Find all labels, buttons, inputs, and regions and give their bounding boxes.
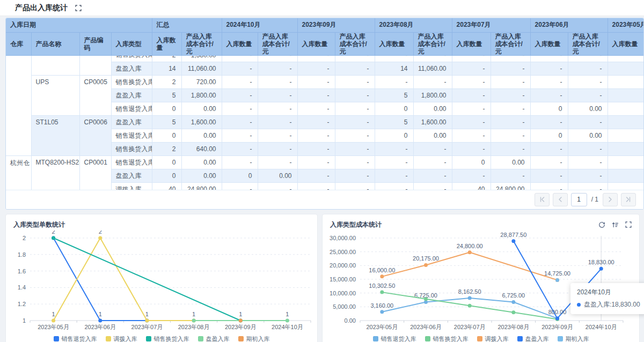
value-cell: -: [530, 183, 568, 190]
value-cell: -: [222, 76, 258, 89]
legend-item[interactable]: 销售退货入库: [54, 335, 97, 342]
value-cell: -: [530, 56, 568, 62]
legend-item[interactable]: 销售换货入库: [146, 335, 189, 342]
column-header-qty: 入库数量: [297, 32, 335, 55]
value-cell: -: [452, 129, 491, 143]
value-cell: 0: [375, 102, 413, 116]
last-page-button[interactable]: [621, 193, 636, 206]
page-number-input[interactable]: [571, 193, 587, 206]
svg-text:1: 1: [52, 311, 55, 317]
expand-fullscreen-icon[interactable]: [625, 221, 632, 228]
fullscreen-icon[interactable]: [75, 5, 82, 11]
value-cell: -: [530, 143, 568, 156]
svg-text:2023年05月: 2023年05月: [38, 324, 69, 330]
svg-text:1.2: 1.2: [18, 301, 26, 307]
group-header-period: 2023年06月: [530, 18, 608, 32]
value-cell: 0: [452, 156, 491, 169]
legend-swatch: [373, 336, 378, 341]
value-cell: -: [491, 102, 530, 116]
value-cell: 0: [152, 156, 181, 169]
value-cell: -: [335, 129, 375, 143]
legend-item[interactable]: 销售换货入库: [425, 335, 469, 342]
table-body-clip: 销售换货入库21,580.00----------盘盈入库1411,060.00…: [6, 56, 643, 190]
refresh-icon[interactable]: [598, 221, 605, 228]
value-cell: -: [258, 143, 297, 156]
charts-row: 入库类型单数统计 11.21.41.61.822023年05月2023年06月2…: [5, 214, 644, 342]
value-cell: -: [568, 62, 608, 76]
value-cell: -: [530, 89, 568, 102]
value-cell: [608, 169, 643, 183]
legend-swatch: [558, 336, 563, 341]
column-header-qty: 入库数量: [608, 32, 643, 55]
legend-item[interactable]: 销售退货入库: [373, 335, 416, 342]
table-row: UPSCP0005销售换货入库2720.00----------: [6, 76, 643, 89]
svg-text:16,000.00: 16,000.00: [369, 266, 395, 273]
column-header-qty: 入库数量: [222, 32, 258, 55]
legend-swatch: [425, 336, 430, 341]
group-header-period: 2024年10月: [222, 18, 297, 32]
svg-text:30,000.00: 30,000.00: [330, 235, 356, 241]
value-cell: -: [222, 56, 258, 62]
product-code-cell: CP0001: [79, 156, 111, 190]
value-cell: 0.00: [181, 102, 222, 116]
svg-text:2023年06月: 2023年06月: [410, 324, 442, 330]
inbound-type-cell: 调拨入库: [111, 183, 152, 190]
svg-text:1: 1: [99, 311, 102, 317]
column-header-qty: 入库数量: [152, 32, 181, 55]
inbound-type-cell: 盘盈入库: [111, 116, 152, 129]
value-cell: -: [568, 89, 608, 102]
legend-item[interactable]: 盘盈入库: [517, 335, 549, 342]
value-cell: -: [452, 116, 491, 129]
cost-chart-title: 入库类型成本统计: [330, 220, 382, 229]
inbound-type-cell: 销售退货入库: [111, 129, 152, 143]
value-cell: -: [413, 156, 452, 169]
value-cell: -: [222, 116, 258, 129]
table-header: 入库日期汇总2024年10月2023年09月2023年08月2023年07月20…: [6, 18, 643, 56]
value-cell: -: [222, 102, 258, 116]
svg-text:2023年07月: 2023年07月: [131, 324, 163, 330]
value-cell: 720.00: [181, 76, 222, 89]
legend-item[interactable]: 盘盈入库: [198, 335, 230, 342]
legend-item[interactable]: 期初入库: [238, 335, 270, 342]
pagination: / 1: [6, 190, 643, 209]
value-cell: -: [258, 183, 297, 190]
svg-text:15,000.00: 15,000.00: [330, 276, 356, 282]
value-cell: [608, 116, 643, 129]
value-cell: -: [452, 89, 491, 102]
inbound-type-cell: 销售换货入库: [111, 56, 152, 62]
value-cell: -: [452, 169, 491, 183]
warehouse-cell: [6, 56, 31, 156]
value-cell: -: [335, 102, 375, 116]
prev-page-button[interactable]: [553, 193, 568, 206]
value-cell: -: [297, 143, 335, 156]
legend-label: 盘盈入库: [525, 335, 549, 342]
svg-text:14,725.00: 14,725.00: [544, 270, 570, 277]
top-bar: 产品出入库统计: [0, 0, 644, 16]
value-cell: 5: [152, 116, 181, 129]
value-cell: -: [297, 62, 335, 76]
value-cell: 0: [222, 169, 258, 183]
value-cell: -: [297, 156, 335, 169]
value-cell: 0: [375, 129, 413, 143]
list-view-icon[interactable]: [612, 221, 619, 228]
cost-line-chart: 0.005,000.0010,000.0015,000.0020,000.002…: [323, 231, 633, 332]
table-row: ST1L05CP0006盘盈入库51,600.00----51,600.00--…: [6, 116, 643, 129]
value-cell: [608, 62, 643, 76]
svg-text:1.4: 1.4: [18, 284, 26, 291]
value-cell: -: [297, 183, 335, 190]
cost-chart-actions: [598, 221, 632, 228]
value-cell: -: [335, 156, 375, 169]
inbound-type-cell: 销售换货入库: [111, 143, 152, 156]
svg-text:20,175.00: 20,175.00: [413, 255, 439, 262]
product-code-cell: CP0005: [79, 76, 111, 116]
next-page-button[interactable]: [603, 193, 618, 206]
value-cell: [608, 156, 643, 169]
legend-item[interactable]: 调拨入库: [106, 335, 137, 342]
legend-item[interactable]: 期初入库: [558, 335, 589, 342]
order-count-chart-title: 入库类型单数统计: [13, 220, 65, 229]
value-cell: 1,600.00: [181, 116, 222, 129]
first-page-button[interactable]: [535, 193, 550, 206]
legend-item[interactable]: 调拨入库: [477, 335, 509, 342]
table-scroll-area[interactable]: 入库日期汇总2024年10月2023年09月2023年08月2023年07月20…: [6, 18, 643, 190]
value-cell: -: [222, 129, 258, 143]
